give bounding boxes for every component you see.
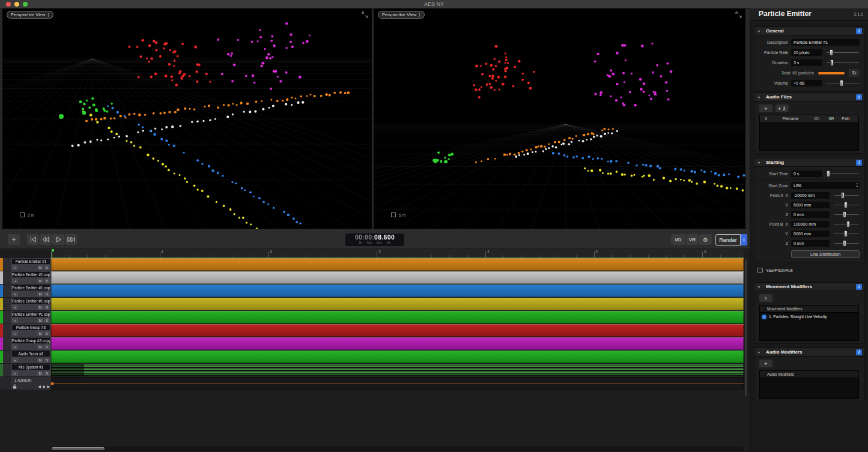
scrollbar-thumb[interactable] (52, 447, 105, 450)
info-icon[interactable]: i (856, 94, 862, 100)
track-mute-button[interactable]: M (37, 305, 43, 310)
track-mute-button[interactable]: M (37, 279, 43, 283)
collapse-triangle-icon[interactable]: ▼ (757, 29, 760, 33)
timeline-ruler[interactable]: 123456 (51, 249, 744, 258)
audio-files-table[interactable]: #FilenameChSRPath (759, 115, 859, 151)
track-mute-button[interactable]: M (37, 331, 43, 336)
track-add-button[interactable]: + (12, 331, 18, 336)
track-add-button[interactable]: + (12, 345, 18, 349)
collapse-triangle-icon[interactable]: ▼ (757, 285, 760, 289)
track-solo-button[interactable]: S (44, 292, 50, 297)
add-movement-modifier-button[interactable]: + (759, 294, 772, 302)
prev-keyframe-button[interactable]: ◀ (38, 384, 41, 389)
slider-thumb[interactable] (840, 80, 843, 86)
add-audio-file-button[interactable]: + (759, 104, 772, 112)
track-clip[interactable] (51, 311, 744, 324)
automation-curve[interactable] (51, 384, 744, 384)
track-clip[interactable] (51, 364, 744, 376)
view-selector-dropdown[interactable]: Perspective View ▴▾ (7, 11, 53, 19)
track-grip[interactable] (3, 324, 11, 337)
track-grip[interactable] (3, 364, 11, 376)
track-solo-button[interactable]: S (44, 345, 50, 349)
line-distribution-button[interactable]: Line Distribution (791, 250, 860, 258)
volume-slider[interactable] (827, 80, 859, 86)
track-clip[interactable] (51, 351, 744, 363)
coordinate-field[interactable]: 0 mm (791, 240, 830, 247)
time-display[interactable]: 00:00:08.600 HrMinSecMs (345, 234, 404, 246)
track-add-button[interactable]: + (12, 305, 18, 310)
track-clip[interactable] (51, 298, 744, 310)
track-clip[interactable] (51, 271, 744, 284)
track-mute-button[interactable]: M (37, 318, 43, 323)
slider-thumb[interactable] (844, 231, 848, 237)
track-grip[interactable] (3, 311, 11, 324)
skip-to-start-button[interactable] (27, 234, 39, 245)
movement-modifiers-list[interactable]: Movement Modifiers ✓1. Particles: Straig… (759, 305, 859, 341)
duration-field[interactable]: 3 s (791, 59, 822, 66)
slider-thumb[interactable] (827, 170, 830, 177)
track-solo-button[interactable]: S (44, 318, 50, 323)
track-add-button[interactable]: + (12, 279, 18, 283)
track-name[interactable]: Mic System #1 (12, 364, 50, 370)
section-starting-header[interactable]: ▼ Starting i (754, 158, 864, 167)
track-name[interactable]: Particle Emitter #1 cop (12, 272, 50, 277)
track-solo-button[interactable]: S (44, 265, 50, 270)
section-movement-modifiers-header[interactable]: ▼ Movement Modifiers i (754, 282, 864, 291)
start-zone-dropdown[interactable]: Line ▴▾ (791, 182, 860, 189)
track-name[interactable]: Audio Track #1 (12, 351, 50, 357)
coordinate-slider[interactable] (834, 211, 859, 218)
view-selector-dropdown[interactable]: Perspective View ▴▾ (378, 11, 425, 19)
track-solo-button[interactable]: S (44, 279, 50, 283)
play-button[interactable] (52, 234, 64, 245)
info-icon[interactable]: i (856, 284, 862, 290)
slider-thumb[interactable] (841, 192, 845, 199)
modifier-item[interactable]: ✓1. Particles: Straight Line Velocity (760, 313, 858, 321)
coordinate-field[interactable]: 5000 mm (791, 202, 830, 208)
slider-thumb[interactable] (843, 240, 846, 247)
coordinate-slider[interactable] (834, 231, 859, 237)
viewport-3d-canvas[interactable] (374, 8, 745, 229)
render-button[interactable]: Render (715, 234, 741, 246)
track-clip[interactable] (51, 324, 744, 337)
track-add-button[interactable]: + (12, 292, 18, 297)
section-general-header[interactable]: ▼ General i (754, 26, 864, 35)
coordinate-slider[interactable] (834, 192, 859, 199)
particle-rate-field[interactable]: 20 p/sec (791, 49, 822, 56)
slider-thumb[interactable] (846, 221, 850, 228)
section-audio-modifiers-header[interactable]: ▼ Audio Modifiers i (754, 348, 864, 357)
automation-keyframe[interactable] (51, 382, 53, 385)
lock-icon[interactable] (13, 384, 17, 389)
track-add-button[interactable]: + (12, 358, 18, 363)
particle-rate-slider[interactable] (827, 49, 859, 56)
audio-modifiers-list[interactable]: Audio Modifiers (759, 370, 859, 399)
track-mute-button[interactable]: M (37, 358, 43, 363)
coordinate-slider[interactable] (834, 202, 859, 208)
track-clip[interactable] (51, 337, 744, 350)
timeline-horizontal-scrollbar[interactable] (51, 447, 744, 451)
add-track-button[interactable]: + (8, 234, 20, 245)
section-audio-files-header[interactable]: ▼ Audio Files i (754, 92, 864, 101)
track-solo-button[interactable]: S (44, 305, 50, 310)
track-name[interactable]: Particle Emitter #1 cop (12, 285, 50, 291)
coordinate-field[interactable]: 100000 mm (791, 221, 830, 228)
timeline-vertical-scrollbar[interactable] (745, 259, 747, 396)
track-name[interactable]: Particle Emitter #1 cop (12, 312, 50, 317)
automation-grip[interactable] (0, 377, 11, 390)
track-solo-button[interactable]: S (44, 371, 50, 376)
track-name[interactable]: Particle Emitter #1 (12, 259, 50, 264)
slider-thumb[interactable] (843, 211, 846, 218)
viewport-3d-canvas[interactable] (2, 8, 372, 229)
coordinate-slider[interactable] (834, 221, 859, 228)
automation-lane[interactable] (51, 377, 744, 390)
track-add-button[interactable]: + (12, 371, 18, 376)
playhead[interactable] (52, 249, 52, 258)
start-time-slider[interactable] (827, 170, 859, 177)
yaw-pitch-roll-checkbox[interactable] (757, 268, 763, 273)
track-mute-button[interactable]: M (37, 371, 43, 376)
track-grip[interactable] (3, 258, 11, 271)
track-mute-button[interactable]: M (37, 345, 43, 349)
next-keyframe-button[interactable]: ▶ (47, 384, 50, 389)
add-multichannel-file-button[interactable]: + (775, 104, 789, 112)
track-grip[interactable] (3, 271, 11, 284)
track-name[interactable]: Particle Group #3 (12, 325, 50, 330)
